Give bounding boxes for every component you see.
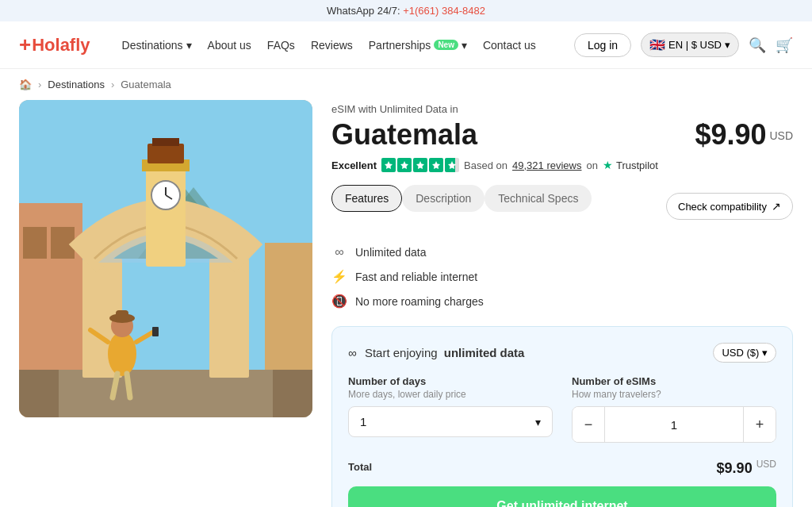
navbar: + Holafly Destinations ▾ About us FAQs R… (0, 21, 812, 69)
total-price: $9.90 USD (717, 459, 776, 477)
lightning-icon: ⚡ (331, 269, 347, 284)
esim-label: eSIM with Unlimited Data in (331, 103, 793, 115)
days-selector[interactable]: 1 ▾ (348, 406, 553, 437)
tabs-row: Features Description Technical Specs Che… (331, 185, 793, 228)
svg-point-19 (108, 332, 136, 376)
breadcrumb-current: Guatemala (121, 79, 171, 90)
currency-selector[interactable]: USD ($) ▾ (713, 343, 776, 363)
svg-marker-31 (432, 161, 440, 169)
nav-faqs[interactable]: FAQs (267, 39, 295, 52)
box-header: ∞ Start enjoying unlimited data USD ($) … (348, 343, 776, 363)
new-badge: New (434, 40, 458, 50)
features-list: ∞ Unlimited data ⚡ Fast and reliable int… (331, 240, 793, 313)
reviews-text: Based on (464, 159, 508, 171)
esims-quantity-control: − 1 + (572, 406, 776, 443)
rating-label: Excellent (331, 159, 377, 171)
logo[interactable]: + Holafly (19, 33, 90, 57)
check-compatibility-button[interactable]: Check compatibility ↗ (666, 193, 793, 220)
reviews-link[interactable]: 49,321 reviews (512, 159, 581, 171)
product-title: Guatemala (331, 118, 477, 152)
nav-links: Destinations ▾ About us FAQs Reviews Par… (122, 39, 555, 52)
phone-link[interactable]: +1(661) 384-8482 (403, 5, 485, 17)
data-box: ∞ Start enjoying unlimited data USD ($) … (331, 326, 793, 507)
flag-icon: 🇬🇧 (649, 37, 665, 52)
days-label: Number of days (348, 375, 553, 387)
star-3 (413, 158, 427, 172)
product-info: eSIM with Unlimited Data in Guatemala $9… (331, 100, 793, 507)
external-link-icon: ↗ (772, 200, 781, 213)
product-image (19, 100, 312, 417)
search-button[interactable]: 🔍 (749, 36, 766, 54)
total-row: Total $9.90 USD (348, 459, 776, 477)
star-5 (445, 158, 459, 172)
stars (381, 158, 459, 172)
esims-group: Number of eSIMs How many travelers? − 1 … (572, 375, 776, 443)
infinity-small: ∞ (348, 346, 357, 359)
language-button[interactable]: 🇬🇧 EN | $ USD ▾ (641, 33, 739, 57)
cart-button[interactable]: 🛒 (776, 36, 793, 54)
nav-destinations[interactable]: Destinations ▾ (122, 39, 192, 52)
svg-marker-28 (385, 161, 393, 169)
tabs: Features Description Technical Specs (331, 185, 592, 215)
box-title: ∞ Start enjoying unlimited data (348, 346, 524, 359)
svg-rect-18 (152, 138, 179, 146)
feature-no-roaming: 📵 No more roaming charges (331, 289, 793, 313)
infinity-icon: ∞ (331, 245, 347, 259)
trustpilot-label: Trustpilot (616, 159, 658, 171)
login-button[interactable]: Log in (574, 33, 631, 57)
esims-label: Number of eSIMs (572, 375, 776, 387)
svg-rect-11 (209, 259, 249, 378)
no-roaming-icon: 📵 (331, 294, 347, 309)
days-sublabel: More days, lower daily price (348, 389, 553, 400)
esims-increase-button[interactable]: + (744, 407, 776, 442)
feature-fast: ⚡ Fast and reliable internet (331, 264, 793, 289)
selectors-row: Number of days More days, lower daily pr… (348, 375, 776, 443)
total-currency: USD (756, 459, 776, 470)
svg-rect-17 (147, 144, 184, 163)
svg-rect-22 (116, 310, 128, 321)
top-bar: WhatsApp 24/7: +1(661) 384-8482 (0, 0, 812, 21)
days-value: 1 (360, 415, 366, 428)
dropdown-arrow-icon: ▾ (535, 416, 541, 428)
rating-row: Excellent Based on 49,321 reviews on ★ T… (331, 158, 793, 172)
breadcrumb-sep2: › (111, 79, 114, 90)
esims-decrease-button[interactable]: − (573, 407, 604, 442)
tab-technical[interactable]: Technical Specs (485, 185, 592, 212)
tab-features[interactable]: Features (331, 185, 402, 212)
esims-sublabel: How many travelers? (572, 389, 776, 400)
nav-right: Log in 🇬🇧 EN | $ USD ▾ 🔍 🛒 (574, 33, 793, 57)
svg-rect-27 (152, 327, 159, 336)
star-1 (381, 158, 396, 172)
breadcrumb-destinations[interactable]: Destinations (48, 79, 105, 90)
tp-star-icon: ★ (603, 159, 613, 171)
nav-partnerships[interactable]: Partnerships New ▾ (369, 39, 467, 52)
price-main: $9.90 (695, 118, 766, 151)
total-label: Total (348, 461, 372, 473)
svg-line-26 (127, 374, 130, 398)
star-2 (397, 158, 412, 172)
whatsapp-text: WhatsApp 24/7: (327, 5, 400, 17)
nav-reviews[interactable]: Reviews (311, 39, 353, 52)
svg-marker-32 (448, 161, 456, 169)
price-block: $9.90 USD (695, 118, 793, 152)
feature-unlimited: ∞ Unlimited data (331, 240, 793, 264)
nav-contact[interactable]: Contact us (483, 39, 536, 52)
home-icon[interactable]: 🏠 (19, 79, 32, 90)
main-content: eSIM with Unlimited Data in Guatemala $9… (0, 100, 812, 507)
svg-marker-29 (400, 161, 408, 169)
trustpilot: ★ Trustpilot (603, 159, 658, 171)
breadcrumb-sep1: › (38, 79, 41, 90)
product-title-row: Guatemala $9.90 USD (331, 118, 793, 152)
esims-value: 1 (604, 407, 744, 442)
breadcrumb: 🏠 › Destinations › Guatemala (0, 69, 812, 100)
price-currency: USD (769, 129, 793, 142)
star-4 (429, 158, 443, 172)
get-internet-button[interactable]: Get unlimited internet (348, 486, 776, 507)
svg-rect-6 (23, 227, 47, 259)
svg-rect-12 (146, 163, 186, 267)
tab-description[interactable]: Description (402, 185, 485, 212)
svg-marker-30 (416, 161, 424, 169)
nav-about[interactable]: About us (208, 39, 251, 52)
days-group: Number of days More days, lower daily pr… (348, 375, 553, 443)
